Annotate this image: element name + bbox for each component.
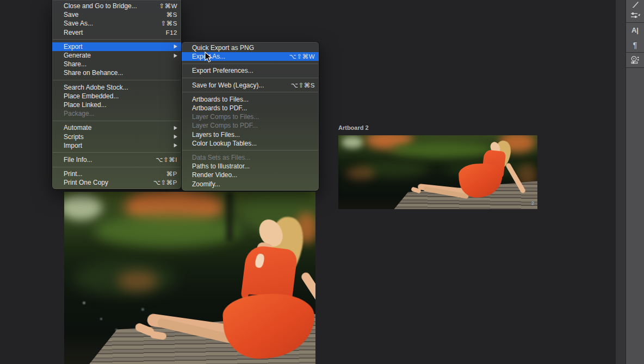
export-submenu-item-export-as[interactable]: Export As...⌥⇧⌘W <box>182 52 319 61</box>
export-submenu-item-render-video[interactable]: Render Video... <box>182 171 319 179</box>
file-menu-item-export[interactable]: Export▶ <box>52 42 181 51</box>
menu-separator <box>53 39 181 40</box>
menu-item-label: Generate <box>64 52 91 59</box>
export-submenu-item-color-lookup-tables[interactable]: Color Lookup Tables... <box>182 139 319 148</box>
file-menu-item-search-adobe-stock[interactable]: Search Adobe Stock... <box>52 83 181 92</box>
menu-separator <box>182 150 318 150</box>
export-submenu-item-layers-to-files[interactable]: Layers to Files... <box>182 130 319 139</box>
menu-item-label: Export Preferences... <box>192 67 253 74</box>
menu-item-label: Artboards to PDF... <box>192 104 247 112</box>
file-menu-item-file-info[interactable]: File Info...⌥⇧⌘I <box>52 155 181 164</box>
menu-item-label: Print One Copy <box>64 179 108 186</box>
export-submenu-item-artboards-to-files[interactable]: Artboards to Files... <box>182 95 319 104</box>
menu-item-label: Revert <box>64 29 83 36</box>
thumb-watermark-2: 2 <box>531 200 534 206</box>
menu-item-label: Save <box>64 11 78 18</box>
thumb-green-band <box>391 142 494 158</box>
menu-item-label: Quick Export as PNG <box>192 44 254 52</box>
panel-group-type: A| ¶ <box>626 23 644 53</box>
panel-group-misc <box>626 53 644 68</box>
file-menu-item-close-and-go-to-bridge[interactable]: Close and Go to Bridge...⇧⌘W <box>52 2 181 10</box>
file-menu-item-automate[interactable]: Automate▶ <box>52 123 181 132</box>
file-menu-item-place-linked[interactable]: Place Linked... <box>52 101 181 109</box>
photo-water-reflection-orange <box>117 271 158 291</box>
thumb-reflection-orange <box>346 167 375 180</box>
menu-item-shortcut: ⇧⌘S <box>161 20 177 27</box>
file-menu-item-save[interactable]: Save⌘S <box>52 10 181 19</box>
export-submenu-item-export-preferences[interactable]: Export Preferences... <box>182 66 319 75</box>
menu-item-shortcut: ⌥⇧⌘S <box>291 81 315 89</box>
file-menu-item-place-embedded[interactable]: Place Embedded... <box>52 92 181 101</box>
menu-item-label: File Info... <box>64 156 92 164</box>
submenu-arrow-icon: ▶ <box>174 125 177 130</box>
photo-bokeh-dot <box>83 302 85 304</box>
menu-item-shortcut: ⇧⌘W <box>159 2 178 10</box>
menu-item-label: Save As... <box>64 20 93 27</box>
menu-item-shortcut: ⌥⇧⌘I <box>156 156 177 164</box>
photo-bokeh-dot <box>141 308 144 311</box>
menu-item-label: Close and Go to Bridge... <box>64 2 137 10</box>
menu-item-label: Layer Comps to PDF... <box>192 122 258 129</box>
menu-item-shortcut: ⌥⇧⌘W <box>289 53 315 60</box>
menu-item-label: Share... <box>64 60 86 68</box>
menu-item-label: Automate <box>64 124 91 131</box>
character-panel-icon[interactable]: A| <box>626 23 644 37</box>
canvas-vertical-scrollbar-track[interactable] <box>616 0 626 364</box>
file-menu-item-import[interactable]: Import▶ <box>52 141 181 150</box>
canvas-photo-artboard1[interactable] <box>64 192 315 364</box>
file-menu-item-generate[interactable]: Generate▶ <box>52 51 181 60</box>
export-submenu-item-layer-comps-to-pdf: Layer Comps to PDF... <box>182 121 319 130</box>
menu-item-label: Data Sets as Files... <box>192 154 250 161</box>
menu-separator <box>53 121 181 121</box>
photo-bokeh-dot <box>100 318 102 320</box>
export-submenu: Quick Export as PNGExport As...⌥⇧⌘WExpor… <box>182 42 319 191</box>
brush-icon[interactable] <box>626 0 644 8</box>
file-menu-item-revert[interactable]: RevertF12 <box>52 28 181 37</box>
file-menu-item-package: Package... <box>52 109 181 118</box>
brush-settings-icon[interactable] <box>626 8 644 22</box>
submenu-arrow-icon: ▶ <box>174 44 177 49</box>
menu-item-label: Layers to Files... <box>192 131 240 139</box>
menu-item-label: Paths to Illustrator... <box>192 162 250 170</box>
file-menu-item-share-on-behance[interactable]: Share on Behance... <box>52 68 181 77</box>
export-submenu-item-artboards-to-pdf[interactable]: Artboards to PDF... <box>182 104 319 112</box>
file-menu-item-print[interactable]: Print...⌘P <box>52 170 181 178</box>
file-menu-item-scripts[interactable]: Scripts▶ <box>52 132 181 141</box>
menu-item-label: Place Linked... <box>64 101 107 109</box>
paragraph-panel-icon[interactable]: ¶ <box>626 37 644 52</box>
menu-item-label: Artboards to Files... <box>192 96 249 103</box>
export-submenu-item-quick-export-as-png[interactable]: Quick Export as PNG <box>182 43 319 52</box>
export-submenu-item-layer-comps-to-files: Layer Comps to Files... <box>182 112 319 121</box>
menu-item-label: Scripts <box>64 133 84 141</box>
submenu-arrow-icon: ▶ <box>174 53 177 58</box>
menu-item-label: Package... <box>64 110 95 117</box>
canvas-photo-artboard2[interactable]: 2 <box>338 135 537 209</box>
menu-separator <box>182 78 318 78</box>
adjustment-dial-icon[interactable] <box>626 53 644 67</box>
menu-separator <box>182 64 318 64</box>
menu-item-label: Color Lookup Tables... <box>192 140 257 147</box>
file-menu-item-print-one-copy[interactable]: Print One Copy⌥⇧⌘P <box>52 178 181 187</box>
menu-separator <box>53 152 181 153</box>
thumb-white-flowers <box>342 136 363 148</box>
menu-item-label: Search Adobe Stock... <box>64 84 128 91</box>
panel-dock: A| ¶ <box>626 0 644 364</box>
photo-tree-trunk <box>226 192 233 242</box>
photoshop-window: Artboard 2 2 Close and Go to Bridge...⇧⌘… <box>0 0 644 364</box>
export-submenu-item-save-for-web-legacy[interactable]: Save for Web (Legacy)...⌥⇧⌘S <box>182 81 319 90</box>
photo-white-flowers <box>64 194 102 220</box>
export-submenu-item-zoomify[interactable]: Zoomify... <box>182 179 319 188</box>
file-menu: Close and Go to Bridge...⇧⌘WSave⌘SSave A… <box>52 0 181 189</box>
export-submenu-item-data-sets-as-files: Data Sets as Files... <box>182 153 319 162</box>
submenu-arrow-icon: ▶ <box>174 143 177 148</box>
menu-item-label: Import <box>64 142 82 149</box>
file-menu-item-save-as[interactable]: Save As...⇧⌘S <box>52 19 181 28</box>
submenu-arrow-icon: ▶ <box>174 134 177 139</box>
file-menu-item-share[interactable]: Share... <box>52 60 181 68</box>
menu-separator <box>53 167 181 167</box>
menu-item-shortcut: F12 <box>166 29 177 36</box>
panel-group-brushes <box>626 0 644 23</box>
menu-separator <box>182 92 318 92</box>
export-submenu-item-paths-to-illustrator[interactable]: Paths to Illustrator... <box>182 162 319 171</box>
menu-item-label: Share on Behance... <box>64 69 123 77</box>
